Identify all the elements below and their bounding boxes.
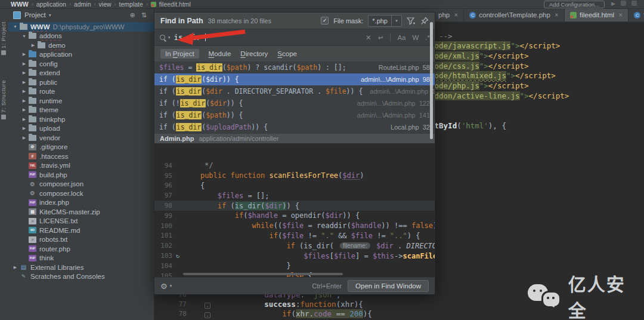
scope-tab-directory[interactable]: Directory	[240, 50, 268, 57]
breadcrumb-item[interactable]: template	[119, 1, 143, 8]
tree-item[interactable]: ⚙composer.lock	[8, 189, 154, 198]
tree-item[interactable]: ▶theme	[8, 106, 154, 115]
breadcrumb-item[interactable]: WWW	[11, 1, 29, 8]
preview-editor[interactable]: 94 */95 public function scanFilesForTree…	[154, 144, 435, 277]
tree-item[interactable]: ▶vendor	[8, 133, 154, 143]
debug-icon[interactable]	[621, 1, 626, 7]
tree-arrow-icon[interactable]: ▶	[21, 117, 27, 122]
open-in-find-window-button[interactable]: Open in Find Window	[348, 280, 429, 292]
search-field[interactable]: ▾ is_dir ✕ ↵ Aa W .*	[154, 29, 435, 46]
tree-item[interactable]: #.htaccess	[8, 152, 154, 161]
profiler-icon[interactable]	[631, 1, 637, 7]
breadcrumb-item[interactable]: view	[99, 1, 112, 8]
tree-item[interactable]: ▶thinkphp	[8, 115, 154, 124]
filter-icon[interactable]	[407, 17, 416, 25]
close-icon[interactable]: ✕	[555, 12, 559, 18]
tree-item[interactable]: ▶public	[8, 78, 154, 87]
watermark: 亿人安全	[528, 270, 644, 320]
tree-item-label: WWW	[30, 23, 50, 30]
tree-arrow-icon[interactable]: ▶	[21, 52, 27, 57]
tree-item[interactable]: ▶route	[8, 87, 154, 97]
tree-item[interactable]: ▼WWWD:\phpstudy_pro\WWW	[8, 22, 154, 32]
tree-item[interactable]: ▤KiteCMS-master.zip	[8, 207, 154, 217]
run-icon[interactable]: ▶	[611, 1, 615, 7]
file-mask-combo[interactable]: *.php ▾	[368, 15, 402, 27]
tree-item[interactable]: ▶runtime	[8, 96, 154, 106]
tree-item[interactable]: ⊘.gitignore	[8, 143, 154, 152]
tree-item[interactable]: PHProuter.php	[8, 244, 154, 254]
newline-icon[interactable]: ↵	[378, 33, 384, 42]
close-icon[interactable]: ✕	[618, 12, 623, 18]
tree-arrow-icon[interactable]: ▼	[12, 24, 18, 29]
tree-item[interactable]: ≡LICENSE.txt	[8, 217, 154, 226]
tree-item[interactable]: ▶config	[8, 59, 154, 69]
editor-bottom-code[interactable]: 76 dataType: 'json',77⌄ success:function…	[154, 290, 435, 320]
scope-tab-module[interactable]: Module	[209, 50, 231, 57]
tree-item[interactable]: ≡robots.txt	[8, 235, 154, 245]
words-icon[interactable]: W	[412, 34, 419, 41]
close-icon[interactable]: ✕	[454, 12, 458, 18]
scope-tab-scope[interactable]: Scope	[277, 50, 297, 57]
gear-icon[interactable]: ⚙	[160, 282, 168, 291]
tree-arrow-icon[interactable]: ▶	[12, 265, 18, 270]
tree-item[interactable]: YML.travis.yml	[8, 161, 154, 171]
breadcrumb-item[interactable]: application	[36, 1, 66, 8]
result-row[interactable]: if (is_dir($uploadPath)) {Local.php32	[154, 121, 435, 133]
file-mask-checkbox[interactable]: ✓	[321, 17, 329, 24]
tree-item[interactable]: MDREADME.md	[8, 226, 154, 235]
editor-tab[interactable]: fileedit.html✕	[565, 8, 628, 21]
tree-item[interactable]: PHPindex.php	[8, 198, 154, 208]
regex-icon[interactable]: .*	[425, 34, 430, 41]
fold-marker-icon[interactable]: ⌄	[187, 300, 228, 309]
tree-arrow-icon[interactable]: ▼	[21, 34, 27, 38]
tree-arrow-icon[interactable]: ▶	[21, 126, 27, 131]
locate-file-icon[interactable]: ⊕	[130, 11, 135, 19]
tree-arrow-icon[interactable]: ▶	[21, 80, 27, 85]
project-panel-title[interactable]: Project	[24, 11, 46, 19]
tree-item[interactable]: PHPbuild.php	[8, 170, 154, 180]
tree-item[interactable]: ▶demo	[8, 41, 154, 50]
dialog-scrollbar[interactable]	[430, 22, 433, 139]
add-configuration-button[interactable]: Add Configuration...	[544, 1, 605, 8]
collapse-all-icon[interactable]: ⇅	[141, 11, 147, 19]
editor-code-area[interactable]: >\ -->mode/javascript.js"></script>mode/…	[433, 21, 644, 147]
breadcrumb-item[interactable]: admin	[74, 1, 91, 8]
tree-item[interactable]: ⚙composer.json	[8, 180, 154, 189]
scope-tab-in-project[interactable]: In Project	[160, 49, 199, 59]
result-row[interactable]: if (is_dir($dir)) {admin\...\Admin.php98	[154, 73, 435, 85]
result-row[interactable]: if (is_dir($dir . DIRECTORY_SEPARATOR . …	[154, 85, 435, 97]
result-row[interactable]: $files = is_dir($path) ? scandir($path) …	[154, 61, 435, 73]
tree-arrow-icon[interactable]: ▶	[21, 99, 27, 103]
breadcrumb-item[interactable]: fileedit.html	[159, 1, 191, 8]
search-history-icon[interactable]: ▾	[168, 35, 171, 40]
tree-arrow-icon[interactable]: ▶	[21, 70, 27, 75]
tool-window-structure[interactable]: 7: Structure	[0, 80, 8, 121]
clear-icon[interactable]: ✕	[366, 33, 371, 42]
tree-arrow-icon[interactable]: ▶	[21, 107, 27, 112]
tree-arrow-icon[interactable]: ▶	[30, 43, 36, 48]
tree-item[interactable]: ▶upload	[8, 124, 154, 134]
tree-arrow-icon[interactable]: ▶	[21, 136, 27, 140]
tree-item[interactable]: PHPthink	[8, 254, 154, 263]
editor-tab[interactable]: Ccontroller\Template.php✕	[464, 8, 565, 21]
result-row[interactable]: if (is_dir($path)) {admin\...\Admin.php1…	[154, 109, 435, 121]
search-input[interactable]: is_dir	[174, 33, 201, 42]
fold-marker-icon[interactable]: ⌄	[187, 309, 228, 318]
tool-window-project[interactable]: 1: Project	[0, 21, 8, 57]
result-row[interactable]: if (!is_dir($dir)) {admin\...\Admin.php1…	[154, 97, 435, 109]
tree-item[interactable]: ▶extend	[8, 69, 154, 78]
match-case-icon[interactable]: Aa	[397, 34, 405, 41]
chevron-down-icon[interactable]: ▾	[49, 13, 51, 18]
pin-icon[interactable]	[420, 17, 429, 25]
horizontal-scrollbar[interactable]	[183, 273, 343, 275]
editor-tab-label: controller\Template.php	[479, 11, 550, 19]
tree-item[interactable]: ▶▤External Libraries	[8, 263, 154, 272]
chevron-down-icon[interactable]: ▾	[391, 16, 401, 26]
editor-tab[interactable]: Cthink\Temp	[628, 8, 644, 21]
tree-item[interactable]: ▶application	[8, 50, 154, 60]
tree-item[interactable]: ▼addons	[8, 32, 154, 41]
tree-item[interactable]: ✎Scratches and Consoles	[8, 272, 154, 282]
tree-arrow-icon[interactable]: ▶	[21, 89, 27, 94]
tree-arrow-icon[interactable]: ▶	[21, 61, 27, 66]
editor-tab[interactable]: php✕	[433, 8, 464, 21]
